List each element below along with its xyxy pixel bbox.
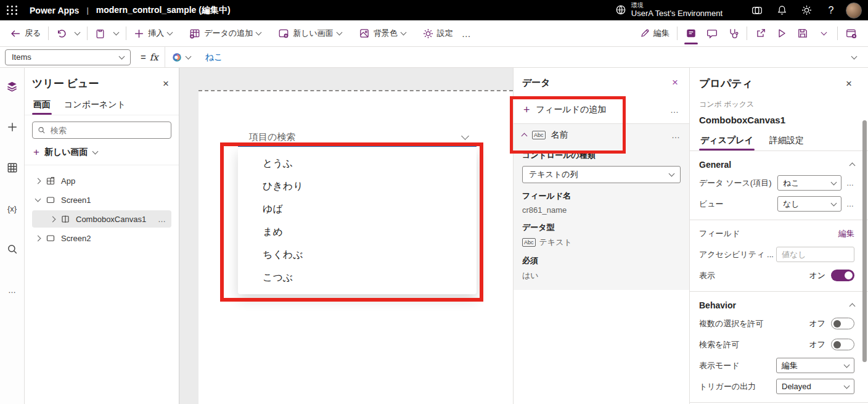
tree-item-screen2[interactable]: Screen2	[32, 229, 171, 247]
data-source-label: データ ソース(項目)	[699, 178, 772, 189]
new-screen-button[interactable]: 新しい画面	[274, 23, 346, 43]
dropdown-option[interactable]: こつぶ	[238, 266, 477, 289]
allow-search-toggle[interactable]	[831, 339, 854, 350]
settings-toolbar-button[interactable]: 設定	[419, 23, 457, 43]
accessibility-input[interactable]	[776, 247, 854, 262]
add-data-button[interactable]: データの追加	[185, 23, 265, 43]
stethoscope-icon	[727, 28, 739, 39]
help-button[interactable]: ?	[819, 0, 843, 20]
paste-menu-chevron[interactable]	[110, 23, 123, 43]
dropdown-option[interactable]: ちくわぶ	[238, 244, 477, 266]
data-pane-toggle-button[interactable]	[681, 23, 702, 43]
section-general-header[interactable]: General	[699, 160, 854, 170]
property-selector[interactable]: Items	[5, 49, 131, 65]
rail-insert-button[interactable]	[4, 118, 21, 136]
field-section-more-button[interactable]: …	[671, 130, 681, 140]
waffle-menu-button[interactable]	[0, 0, 25, 20]
edit-label: 編集	[653, 28, 669, 39]
environment-picker[interactable]: 環境 UserA Test's Environment	[615, 2, 723, 17]
fields-edit-link[interactable]: 編集	[838, 228, 854, 239]
rail-data-button[interactable]	[4, 159, 21, 176]
data-source-select[interactable]: ねこ	[777, 175, 841, 191]
tree-item-comboboxcanvas1[interactable]: ComboboxCanvas1 …	[32, 210, 171, 228]
publish-button[interactable]	[841, 23, 862, 43]
background-color-button[interactable]: 背景色	[354, 23, 410, 43]
required-value: はい	[522, 270, 681, 281]
tab-advanced[interactable]: 詳細設定	[768, 133, 805, 150]
comments-button[interactable]	[702, 23, 723, 43]
share-icon	[755, 28, 766, 39]
back-button[interactable]: 戻る	[6, 23, 45, 43]
settings-button[interactable]	[794, 0, 819, 20]
add-field-button[interactable]: + フィールドの追加 …	[523, 101, 679, 118]
brand-title[interactable]: Power Apps	[30, 6, 79, 15]
view-more-button[interactable]: …	[846, 200, 854, 208]
control-type-select[interactable]: テキストの列	[522, 166, 681, 183]
add-field-more-button[interactable]: …	[670, 105, 679, 115]
dropdown-option[interactable]: ひきわり	[238, 175, 477, 198]
tree-search-input[interactable]	[49, 125, 166, 136]
tree-search-box[interactable]	[32, 122, 171, 139]
chevron-down-icon	[167, 30, 173, 36]
tree-view-close-button[interactable]: ×	[160, 78, 171, 90]
chevron-up-icon	[850, 303, 856, 310]
share-button[interactable]	[750, 23, 771, 43]
dropdown-option[interactable]: とうふ	[238, 152, 477, 175]
data-source-more-button[interactable]: …	[846, 179, 854, 188]
copilot-button[interactable]	[745, 0, 769, 20]
preview-button[interactable]	[771, 23, 792, 43]
canvas-combobox[interactable]: 項目の検索	[238, 128, 477, 147]
formula-text: ねこ	[205, 52, 223, 63]
formula-input[interactable]: ねこ	[165, 47, 845, 67]
tree-item-more-button[interactable]: …	[158, 215, 171, 224]
save-icon	[797, 28, 808, 39]
undo-button[interactable]	[52, 23, 71, 43]
trigger-output-select[interactable]: Delayed	[776, 379, 854, 394]
display-mode-label: 表示モード	[699, 360, 740, 371]
toolbar-divider	[677, 27, 678, 40]
field-section-header[interactable]: Abc 名前 …	[522, 124, 681, 146]
dropdown-option[interactable]: ゆば	[238, 198, 477, 221]
allow-search-state-label: オフ	[809, 339, 825, 350]
tree-view-tabs: 画面 コンポーネント	[25, 97, 179, 115]
notifications-button[interactable]	[769, 0, 794, 20]
copilot-icon	[751, 5, 763, 16]
app-icon	[46, 176, 55, 186]
properties-close-button[interactable]: ×	[843, 78, 854, 90]
paste-button[interactable]	[91, 23, 110, 43]
view-select[interactable]: なし	[777, 196, 841, 212]
tree-item-app[interactable]: App	[32, 172, 171, 189]
save-button[interactable]	[792, 23, 813, 43]
toolbar-overflow-button[interactable]: …	[457, 23, 476, 43]
display-mode-value: 編集	[782, 360, 798, 371]
tab-display[interactable]: ディスプレイ	[699, 133, 755, 150]
tree-new-screen-button[interactable]: + 新しい画面	[33, 146, 170, 159]
undo-menu-chevron[interactable]	[71, 23, 84, 43]
rail-tree-view-button[interactable]	[4, 78, 21, 95]
rail-search-button[interactable]	[4, 241, 21, 258]
visible-toggle[interactable]	[831, 270, 854, 281]
user-avatar[interactable]	[846, 2, 862, 19]
environment-name: UserA Test's Environment	[631, 9, 723, 18]
formula-expand-chevron[interactable]	[845, 56, 863, 59]
allow-search-label: 検索を許可	[699, 339, 739, 350]
properties-scrollbar[interactable]	[862, 120, 867, 362]
display-mode-select[interactable]: 編集	[776, 358, 854, 373]
tab-screens[interactable]: 画面	[32, 97, 52, 115]
tree-item-screen1[interactable]: Screen1	[32, 191, 171, 208]
app-checker-button[interactable]	[723, 23, 743, 43]
edit-mode-button[interactable]: 編集	[636, 23, 674, 43]
tab-components[interactable]: コンポーネント	[63, 97, 127, 115]
multiselect-toggle[interactable]	[831, 318, 854, 329]
insert-label: 挿入	[148, 28, 164, 39]
rail-more-button[interactable]: …	[4, 281, 21, 299]
field-section-name: 名前	[551, 130, 568, 141]
comment-icon	[706, 28, 718, 39]
rail-variables-button[interactable]: {x}	[4, 200, 21, 217]
insert-button[interactable]: 挿入	[129, 23, 176, 43]
data-panel-close-button[interactable]: ×	[669, 76, 681, 89]
section-behavior-header[interactable]: Behavior	[699, 300, 854, 310]
trigger-output-value: Delayed	[782, 382, 811, 391]
dropdown-option[interactable]: まめ	[238, 221, 477, 244]
save-options-chevron[interactable]	[813, 23, 834, 43]
